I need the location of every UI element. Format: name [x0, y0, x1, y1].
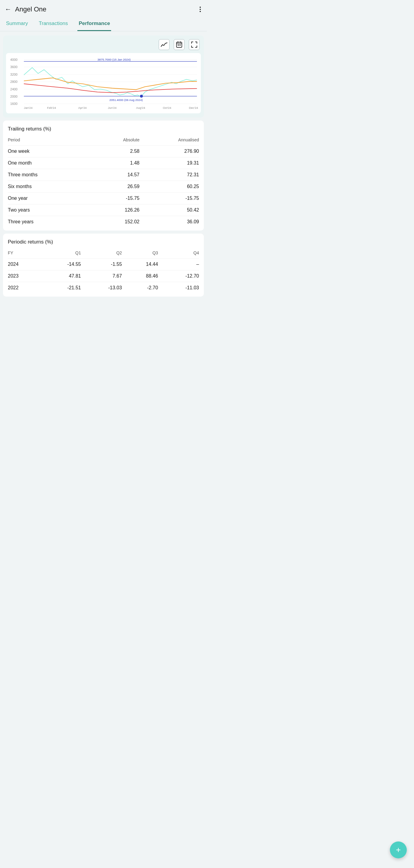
- q2-cell: -13.03: [81, 282, 122, 294]
- period-cell: One year: [8, 193, 93, 204]
- col-q4: Q4: [158, 249, 199, 258]
- table-row: Six months 26.59 60.25: [8, 181, 199, 193]
- svg-text:Aug'24: Aug'24: [136, 106, 145, 110]
- tab-performance[interactable]: Performance: [77, 18, 111, 31]
- periodic-returns-table: FY Q1 Q2 Q3 Q4 2024 -14.55 -1.55 14.44 –…: [8, 249, 199, 293]
- svg-text:Feb'24: Feb'24: [47, 106, 56, 110]
- col-annualised: Annualised: [139, 136, 199, 146]
- chart-svg: 4000 3600 3200 2800 2400 2000 1600 3875.…: [8, 57, 199, 110]
- q4-cell: -11.03: [158, 282, 199, 294]
- svg-text:2000: 2000: [10, 95, 18, 98]
- table-row: One month 1.48 19.31: [8, 157, 199, 169]
- table-row: 2023 47.81 7.67 88.46 -12.70: [8, 270, 199, 282]
- q3-cell: 88.46: [122, 270, 158, 282]
- annualised-cell: 36.09: [139, 216, 199, 228]
- svg-point-24: [140, 95, 143, 98]
- fy-cell: 2023: [8, 270, 40, 282]
- table-row: One year -15.75 -15.75: [8, 193, 199, 204]
- q3-cell: 14.44: [122, 258, 158, 270]
- svg-text:Oct'24: Oct'24: [163, 106, 172, 110]
- q4-cell: -12.70: [158, 270, 199, 282]
- chart-area[interactable]: 4000 3600 3200 2800 2400 2000 1600 3875.…: [6, 53, 201, 113]
- period-cell: Six months: [8, 181, 93, 193]
- svg-text:Dec'24: Dec'24: [189, 106, 198, 110]
- svg-text:3875.7000 (15 Jan 2024): 3875.7000 (15 Jan 2024): [98, 58, 131, 61]
- fullscreen-icon: [191, 41, 198, 48]
- table-row: 2022 -21.51 -13.03 -2.70 -11.03: [8, 282, 199, 294]
- svg-text:3600: 3600: [10, 65, 18, 69]
- svg-text:Jun'24: Jun'24: [108, 106, 116, 110]
- absolute-cell: 2.58: [93, 146, 140, 157]
- more-dot-3: [200, 11, 201, 12]
- absolute-cell: 152.02: [93, 216, 140, 228]
- absolute-cell: 1.48: [93, 157, 140, 169]
- period-cell: One month: [8, 157, 93, 169]
- col-q3: Q3: [122, 249, 158, 258]
- table-row: Three years 152.02 36.09: [8, 216, 199, 228]
- header: ← Angel One: [0, 0, 207, 18]
- absolute-cell: -15.75: [93, 193, 140, 204]
- q3-cell: -2.70: [122, 282, 158, 294]
- period-cell: One week: [8, 146, 93, 157]
- annualised-cell: 19.31: [139, 157, 199, 169]
- tab-bar: Summary Transactions Performance: [0, 18, 207, 31]
- absolute-cell: 26.59: [93, 181, 140, 193]
- calendar-icon: [176, 41, 182, 48]
- annualised-cell: 276.90: [139, 146, 199, 157]
- period-cell: Three months: [8, 169, 93, 181]
- more-dot-2: [200, 9, 201, 10]
- svg-rect-5: [179, 44, 181, 45]
- col-q1: Q1: [40, 249, 81, 258]
- svg-rect-0: [176, 42, 182, 47]
- svg-rect-4: [178, 44, 179, 45]
- svg-text:2051.4000 (06 Aug 2024): 2051.4000 (06 Aug 2024): [109, 98, 143, 101]
- svg-text:3200: 3200: [10, 73, 18, 76]
- q2-cell: 7.67: [81, 270, 122, 282]
- annualised-cell: 60.25: [139, 181, 199, 193]
- tab-summary[interactable]: Summary: [5, 18, 29, 31]
- svg-text:Apr'24: Apr'24: [78, 106, 87, 110]
- q2-cell: -1.55: [81, 258, 122, 270]
- q1-cell: -14.55: [40, 258, 81, 270]
- q4-cell: –: [158, 258, 199, 270]
- absolute-cell: 126.26: [93, 204, 140, 216]
- col-fy: FY: [8, 249, 40, 258]
- trend-icon: [161, 42, 167, 47]
- page-title: Angel One: [15, 5, 46, 13]
- absolute-cell: 14.57: [93, 169, 140, 181]
- trend-icon-button[interactable]: [159, 39, 170, 50]
- svg-text:Jan'24: Jan'24: [24, 106, 33, 110]
- periodic-returns-title: Periodic returns (%): [8, 239, 199, 245]
- fy-cell: 2024: [8, 258, 40, 270]
- col-q2: Q2: [81, 249, 122, 258]
- header-left: ← Angel One: [5, 5, 46, 13]
- col-absolute: Absolute: [93, 136, 140, 146]
- period-cell: Three years: [8, 216, 93, 228]
- annualised-cell: 50.42: [139, 204, 199, 216]
- svg-text:2400: 2400: [10, 87, 18, 91]
- fullscreen-icon-button[interactable]: [189, 39, 200, 50]
- tab-transactions[interactable]: Transactions: [38, 18, 69, 31]
- chart-card: 4000 3600 3200 2800 2400 2000 1600 3875.…: [3, 36, 204, 118]
- more-button[interactable]: [200, 7, 201, 12]
- svg-text:1600: 1600: [10, 102, 18, 105]
- fy-cell: 2022: [8, 282, 40, 294]
- trailing-returns-title: Trailing returns (%): [8, 126, 199, 132]
- chart-toolbar: [6, 39, 201, 50]
- table-row: Two years 126.26 50.42: [8, 204, 199, 216]
- svg-text:4000: 4000: [10, 58, 18, 61]
- trailing-returns-table: Period Absolute Annualised One week 2.58…: [8, 136, 199, 227]
- table-row: Three months 14.57 72.31: [8, 169, 199, 181]
- trailing-returns-card: Trailing returns (%) Period Absolute Ann…: [3, 121, 204, 230]
- q1-cell: 47.81: [40, 270, 81, 282]
- annualised-cell: -15.75: [139, 193, 199, 204]
- svg-text:2800: 2800: [10, 80, 18, 84]
- more-dot-1: [200, 7, 201, 8]
- col-period: Period: [8, 136, 93, 146]
- annualised-cell: 72.31: [139, 169, 199, 181]
- back-button[interactable]: ←: [5, 5, 11, 13]
- calendar-icon-button[interactable]: [174, 39, 184, 50]
- table-row: One week 2.58 276.90: [8, 146, 199, 157]
- periodic-returns-card: Periodic returns (%) FY Q1 Q2 Q3 Q4 2024…: [3, 234, 204, 297]
- q1-cell: -21.51: [40, 282, 81, 294]
